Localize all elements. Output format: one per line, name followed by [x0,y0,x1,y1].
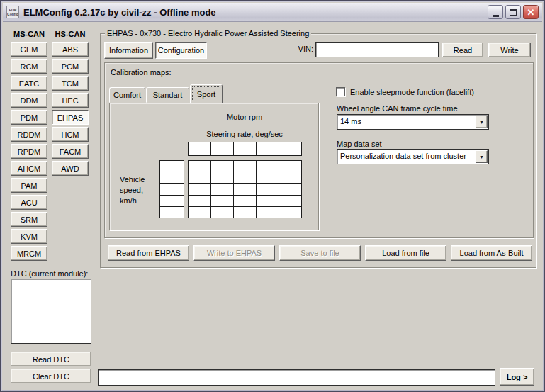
map-cell[interactable] [257,196,279,206]
close-button[interactable]: ✕ [523,5,539,19]
load-from-file-button[interactable]: Load from file [365,245,446,261]
steering-rate-label: Steering rate, deg/sec [167,130,322,138]
module-button-pam[interactable]: PAM [11,178,47,193]
map-cell[interactable] [279,172,301,183]
map-data-set-selected-value: Personalization data set from cluster [340,152,474,160]
read-dtc-button[interactable]: Read DTC [11,352,91,366]
wheel-angle-dropdown[interactable]: 14 ms ▼ [337,114,489,130]
module-groupbox: EHPAS - 0x730 - Electro Hydralic Power A… [100,33,536,268]
module-button-rddm[interactable]: RDDM [11,127,47,142]
module-button-gem[interactable]: GEM [11,42,47,57]
map-cell[interactable] [257,161,279,172]
map-cell[interactable] [257,207,279,218]
minimize-button[interactable] [488,5,503,19]
vehicle-speed-cell[interactable] [160,196,184,206]
module-button-abs[interactable]: ABS [52,42,89,57]
map-data-set-dropdown[interactable]: Personalization data set from cluster ▼ [337,149,489,164]
map-cell[interactable] [279,207,301,218]
vehicle-speed-cell[interactable] [160,172,184,183]
sleepmode-label: Enable sleepmode function (facelift) [350,88,474,96]
save-to-file-button: Save to file [279,245,361,261]
map-cell[interactable] [279,196,301,206]
dtc-label: DTC (current module): [11,269,88,278]
module-button-rpdm[interactable]: RPDM [11,144,47,159]
combo-arrow-icon: ▼ [476,150,488,163]
module-button-ehpas[interactable]: EHPAS [52,110,89,125]
clear-dtc-button[interactable]: Clear DTC [11,369,91,383]
map-tab-comfort[interactable]: Comfort [109,87,145,103]
read-from-ehpas-button[interactable]: Read from EHPAS [108,245,189,261]
sleepmode-checkbox[interactable] [336,87,345,96]
log-button[interactable]: Log > [500,368,534,386]
map-cell[interactable] [234,161,256,172]
vin-input[interactable] [315,42,439,57]
ms-can-header: MS-CAN [11,30,47,38]
steering-rate-header-row [188,142,302,156]
map-cell[interactable] [234,207,256,218]
titlebar[interactable]: ELM Config ELMConfig 0.2.17c by civil-zz… [3,3,542,22]
module-button-pdm[interactable]: PDM [11,110,47,125]
steering-rate-cell[interactable] [257,142,279,155]
map-cell[interactable] [279,184,301,194]
maximize-icon [510,9,517,16]
motor-rpm-label: Motor rpm [188,113,301,121]
app-window: ELM Config ELMConfig 0.2.17c by civil-zz… [0,0,545,392]
module-button-mrcm[interactable]: MRCM [11,246,47,261]
map-cell[interactable] [189,184,210,194]
wheel-angle-label: Wheel angle CAN frame cycle time [337,104,458,113]
information-tab-button[interactable]: Information [104,42,153,59]
map-tab-sport[interactable]: Sport [190,84,223,103]
map-data-set-label: Map data set [337,140,382,148]
vehicle-speed-cell[interactable] [160,207,184,218]
map-grid [188,160,302,218]
map-cell[interactable] [211,196,233,206]
module-button-acu[interactable]: ACU [11,195,47,210]
map-cell[interactable] [257,184,279,194]
map-cell[interactable] [211,207,233,218]
vin-read-button[interactable]: Read [442,43,483,57]
module-button-facm[interactable]: FACM [52,144,89,159]
map-cell[interactable] [211,161,233,172]
module-button-srm[interactable]: SRM [11,212,47,227]
map-cell[interactable] [234,196,256,206]
map-cell[interactable] [257,172,279,183]
steering-rate-cell[interactable] [211,142,233,155]
close-icon: ✕ [527,7,535,18]
map-cell[interactable] [211,172,233,183]
vin-write-button[interactable]: Write [488,43,531,57]
module-button-hec[interactable]: HEC [52,93,89,108]
module-button-awd[interactable]: AWD [52,161,89,176]
vehicle-speed-label-line: Vehicle [120,174,145,185]
vehicle-speed-cell[interactable] [160,184,184,194]
steering-rate-cell[interactable] [279,142,301,155]
module-button-pcm[interactable]: PCM [52,59,89,74]
vehicle-speed-cell[interactable] [160,161,184,172]
module-button-ddm[interactable]: DDM [11,93,47,108]
module-button-rcm[interactable]: RCM [11,59,47,74]
map-cell[interactable] [189,207,210,218]
ms-can-column: GEM RCM EATC DDM PDM RDDM RPDM AHCM PAM … [11,42,47,261]
module-button-hcm[interactable]: HCM [52,127,89,142]
map-cell[interactable] [189,172,210,183]
map-cell[interactable] [189,196,210,206]
map-cell[interactable] [234,184,256,194]
module-button-ahcm[interactable]: AHCM [11,161,47,176]
steering-rate-cell[interactable] [189,142,210,155]
dtc-list[interactable] [11,279,91,344]
map-cell[interactable] [234,172,256,183]
map-tab-standart[interactable]: Standart [146,87,189,103]
map-cell[interactable] [189,161,210,172]
vehicle-speed-label: Vehicle speed, km/h [120,174,145,206]
configuration-tab-button[interactable]: Configuration [155,42,207,59]
module-button-kvm[interactable]: KVM [11,229,47,244]
steering-rate-cell[interactable] [234,142,256,155]
configuration-tab-page: Calibration maps: Comfort Standart Sport… [104,62,534,238]
status-log-input[interactable] [98,369,495,386]
map-cell[interactable] [211,184,233,194]
vehicle-speed-label-line: speed, [120,185,145,196]
load-from-asbuilt-button[interactable]: Load from As-Built [451,245,532,261]
module-button-eatc[interactable]: EATC [11,76,47,91]
maximize-button[interactable] [505,5,521,19]
module-button-tcm[interactable]: TCM [52,76,89,91]
map-cell[interactable] [279,161,301,172]
